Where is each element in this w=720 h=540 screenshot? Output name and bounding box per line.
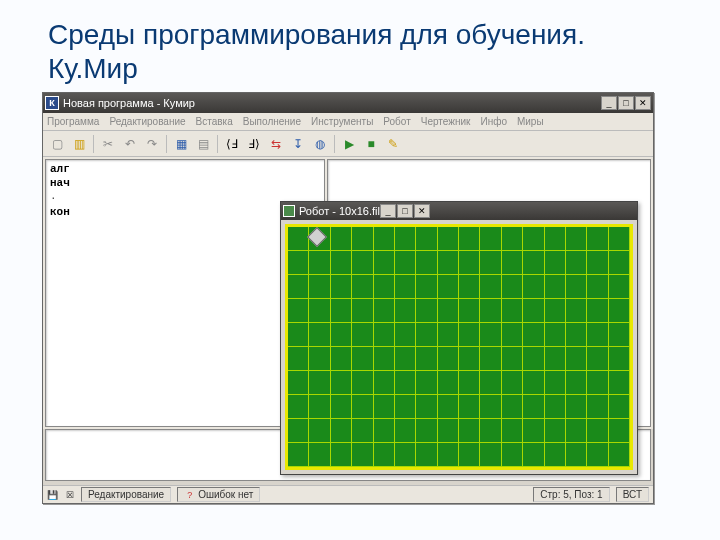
grid-cell[interactable]	[545, 227, 566, 251]
grid-cell[interactable]	[374, 347, 395, 371]
grid-cell[interactable]	[480, 395, 501, 419]
grid-cell[interactable]	[352, 371, 373, 395]
grid-cell[interactable]	[566, 395, 587, 419]
grid-cell[interactable]	[566, 443, 587, 467]
grid-cell[interactable]	[288, 419, 309, 443]
grid-cell[interactable]	[438, 419, 459, 443]
grid-cell[interactable]	[609, 419, 630, 443]
grid-cell[interactable]	[609, 443, 630, 467]
grid-cell[interactable]	[609, 395, 630, 419]
grid-cell[interactable]	[309, 395, 330, 419]
grid-cell[interactable]	[438, 323, 459, 347]
grid-cell[interactable]	[395, 371, 416, 395]
run-button[interactable]: ▶	[339, 134, 359, 154]
grid-cell[interactable]	[566, 299, 587, 323]
grid-cell[interactable]	[331, 443, 352, 467]
grid-cell[interactable]	[352, 251, 373, 275]
grid-cell[interactable]	[523, 371, 544, 395]
grid-cell[interactable]	[480, 323, 501, 347]
grid-cell[interactable]	[609, 275, 630, 299]
grid-cell[interactable]	[566, 227, 587, 251]
grid-cell[interactable]	[545, 419, 566, 443]
close-button[interactable]: ✕	[635, 96, 651, 110]
grid-cell[interactable]	[416, 395, 437, 419]
grid-cell[interactable]	[374, 227, 395, 251]
grid-cell[interactable]	[459, 347, 480, 371]
table-button[interactable]: ▦	[171, 134, 191, 154]
grid-cell[interactable]	[416, 323, 437, 347]
grid-cell[interactable]	[352, 227, 373, 251]
grid-cell[interactable]	[309, 299, 330, 323]
grid-cell[interactable]	[459, 443, 480, 467]
grid-cell[interactable]	[309, 251, 330, 275]
grid-cell[interactable]	[587, 323, 608, 347]
globe-button[interactable]: ◍	[310, 134, 330, 154]
grid-cell[interactable]	[374, 395, 395, 419]
grid-cell[interactable]	[523, 227, 544, 251]
menu-draftsman[interactable]: Чертежник	[421, 116, 471, 127]
grid-cell[interactable]	[416, 443, 437, 467]
grid-cell[interactable]	[566, 419, 587, 443]
grid-cell[interactable]	[309, 347, 330, 371]
grid-cell[interactable]	[395, 251, 416, 275]
grid-cell[interactable]	[331, 371, 352, 395]
grid-cell[interactable]	[352, 299, 373, 323]
grid-cell[interactable]	[438, 275, 459, 299]
minimize-button[interactable]: _	[601, 96, 617, 110]
grid-cell[interactable]	[480, 275, 501, 299]
grid-cell[interactable]	[480, 371, 501, 395]
grid-cell[interactable]	[309, 275, 330, 299]
grid-cell[interactable]	[438, 227, 459, 251]
grid-cell[interactable]	[502, 419, 523, 443]
grid-cell[interactable]	[374, 443, 395, 467]
grid-cell[interactable]	[480, 443, 501, 467]
grid-cell[interactable]	[480, 251, 501, 275]
menu-edit[interactable]: Редактирование	[109, 116, 185, 127]
grid-cell[interactable]	[502, 275, 523, 299]
grid-cell[interactable]	[288, 443, 309, 467]
grid-cell[interactable]	[609, 251, 630, 275]
grid-cell[interactable]	[502, 443, 523, 467]
grid-cell[interactable]	[566, 347, 587, 371]
arrows-button[interactable]: ⇆	[266, 134, 286, 154]
grid-cell[interactable]	[502, 251, 523, 275]
grid-cell[interactable]	[523, 395, 544, 419]
grid-cell[interactable]	[609, 347, 630, 371]
menu-robot[interactable]: Робот	[383, 116, 410, 127]
grid-cell[interactable]	[331, 227, 352, 251]
grid-cell[interactable]	[459, 419, 480, 443]
grid-cell[interactable]	[502, 227, 523, 251]
grid-cell[interactable]	[545, 299, 566, 323]
grid-cell[interactable]	[459, 371, 480, 395]
grid-cell[interactable]	[288, 395, 309, 419]
new-file-button[interactable]: ▢	[47, 134, 67, 154]
brace-left-button[interactable]: ⟨Ⅎ	[222, 134, 242, 154]
menu-insert[interactable]: Вставка	[196, 116, 233, 127]
stop-button[interactable]: ■	[361, 134, 381, 154]
grid-cell[interactable]	[309, 323, 330, 347]
grid-cell[interactable]	[395, 299, 416, 323]
grid-cell[interactable]	[587, 299, 608, 323]
grid-cell[interactable]	[288, 347, 309, 371]
grid-cell[interactable]	[416, 251, 437, 275]
grid-cell[interactable]	[480, 419, 501, 443]
grid-cell[interactable]	[609, 371, 630, 395]
grid-cell[interactable]	[502, 371, 523, 395]
grid-cell[interactable]	[331, 251, 352, 275]
grid-cell[interactable]	[545, 443, 566, 467]
grid-cell[interactable]	[288, 323, 309, 347]
grid-cell[interactable]	[523, 299, 544, 323]
grid-cell[interactable]	[459, 251, 480, 275]
grid-cell[interactable]	[523, 251, 544, 275]
grid-cell[interactable]	[480, 299, 501, 323]
grid-cell[interactable]	[309, 419, 330, 443]
grid-cell[interactable]	[459, 227, 480, 251]
menu-worlds[interactable]: Миры	[517, 116, 544, 127]
grid-cell[interactable]	[416, 299, 437, 323]
grid-cell[interactable]	[395, 323, 416, 347]
grid-cell[interactable]	[502, 347, 523, 371]
grid-cell[interactable]	[288, 227, 309, 251]
grid-cell[interactable]	[331, 323, 352, 347]
grid-cell[interactable]	[609, 299, 630, 323]
robot-minimize-button[interactable]: _	[380, 204, 396, 218]
